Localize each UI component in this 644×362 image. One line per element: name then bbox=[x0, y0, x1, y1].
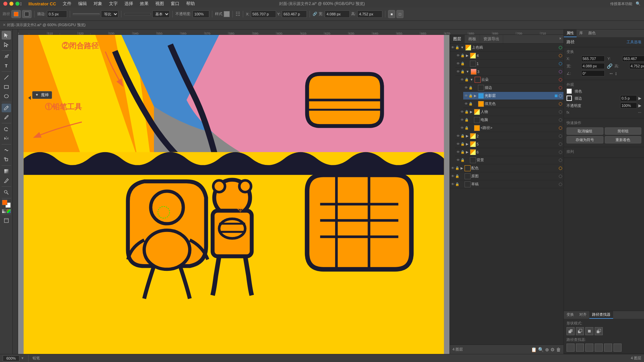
link-constraint-icon[interactable]: 🔗 bbox=[607, 63, 612, 69]
artboard-tool[interactable] bbox=[2, 216, 11, 225]
none-swatch[interactable] bbox=[2, 209, 6, 213]
expand-5[interactable]: ▶ bbox=[466, 142, 469, 146]
x-input[interactable] bbox=[251, 10, 276, 18]
app-name[interactable]: Illustrator CC bbox=[29, 1, 56, 6]
pen-tool[interactable] bbox=[2, 52, 11, 61]
gradient-swatch[interactable] bbox=[7, 209, 11, 213]
stroke-color-indicator[interactable] bbox=[567, 96, 572, 101]
new-layer-btn[interactable]: 📋 bbox=[531, 347, 537, 352]
fill-color-indicator[interactable] bbox=[567, 88, 572, 94]
eye-icon-stroke[interactable]: 👁 bbox=[465, 86, 468, 89]
prop-tab-library[interactable]: 库 bbox=[577, 29, 586, 37]
eye-icon-char[interactable]: 👁 bbox=[461, 110, 464, 114]
layer-path-item[interactable]: 👁 🔒 ▶ <路径> bbox=[459, 124, 564, 132]
shape-exclude-btn[interactable] bbox=[595, 327, 603, 335]
transform-btn[interactable]: □ bbox=[396, 10, 404, 18]
eye-icon[interactable]: 👁 bbox=[451, 46, 454, 49]
prop-tab-color[interactable]: 颜色 bbox=[586, 29, 598, 37]
minimize-button[interactable] bbox=[9, 2, 13, 6]
pencil-tool[interactable] bbox=[2, 104, 11, 112]
menu-text[interactable]: 文字 bbox=[109, 1, 118, 7]
eye-icon-shadow[interactable]: 👁 bbox=[465, 94, 468, 98]
pf-trim-btn[interactable] bbox=[576, 344, 584, 352]
eye-icon-fill[interactable]: 👁 bbox=[465, 102, 468, 106]
layer-4[interactable]: 👁 🔒 ▶ 4 bbox=[455, 52, 564, 60]
layer-settings-btn[interactable]: ⚙ bbox=[550, 347, 555, 352]
w-input[interactable] bbox=[325, 10, 350, 18]
eye-icon-4[interactable]: 👁 bbox=[457, 54, 460, 57]
lock-icon-bg[interactable]: 🔒 bbox=[461, 158, 465, 162]
pf-outline-btn[interactable] bbox=[604, 344, 612, 352]
menu-object[interactable]: 对象 bbox=[94, 1, 102, 7]
lock-icon-char[interactable]: 🔒 bbox=[465, 110, 469, 114]
fill-color-btn[interactable] bbox=[22, 10, 32, 18]
adjacent-group-btn[interactable]: 简邻组 bbox=[605, 127, 642, 135]
angle-prop-input[interactable] bbox=[581, 70, 605, 76]
ellipse-tool[interactable] bbox=[2, 92, 11, 101]
layer-robot[interactable]: 👁 🔒 ▶ 电脑 bbox=[459, 116, 564, 124]
window-controls[interactable] bbox=[3, 2, 19, 6]
eye-icon-3[interactable]: 👁 bbox=[457, 70, 460, 73]
layer-stroke[interactable]: 👁 🔒 ▶ 描边 bbox=[463, 84, 564, 92]
layer-1[interactable]: 👁 🔒 ▶ 1 bbox=[455, 60, 564, 68]
expand-arrow-4[interactable]: ▶ bbox=[466, 54, 469, 57]
expand-arrow[interactable]: ▼ bbox=[461, 46, 464, 49]
shape-unite-btn[interactable] bbox=[567, 327, 575, 335]
zoom-tool[interactable] bbox=[2, 188, 11, 197]
lock-icon-1[interactable]: 🔒 bbox=[461, 62, 465, 65]
proportion-select[interactable]: 等比 bbox=[101, 10, 118, 18]
lock-icon-4[interactable]: 🔒 bbox=[461, 54, 465, 57]
eye-icon-5[interactable]: 👁 bbox=[457, 142, 460, 146]
bottom-tab-align[interactable]: 对齐 bbox=[577, 311, 589, 319]
shape-intersect-btn[interactable] bbox=[585, 327, 593, 335]
eye-icon-draft[interactable]: 👁 bbox=[451, 182, 454, 186]
tab-artboard[interactable]: 画板 bbox=[465, 35, 480, 43]
menu-effect[interactable]: 效果 bbox=[140, 1, 149, 7]
y-prop-input[interactable] bbox=[622, 56, 644, 62]
lock-icon[interactable]: 🔒 bbox=[455, 46, 459, 49]
menu-help[interactable]: 帮助 bbox=[186, 1, 195, 7]
layer-5[interactable]: 👁 🔒 ▶ 5 bbox=[455, 140, 564, 148]
rotate-tool[interactable] bbox=[2, 125, 11, 133]
prop-tab-properties[interactable]: 属性 bbox=[564, 29, 577, 37]
lock-icon-stroke[interactable]: 🔒 bbox=[469, 86, 473, 89]
tab-export[interactable]: 资源导出 bbox=[480, 35, 503, 43]
layer-cloud[interactable]: 👁 🔒 ▼ 云朵 bbox=[459, 76, 564, 84]
lock-icon-5[interactable]: 🔒 bbox=[461, 142, 465, 146]
cancel-group-btn[interactable]: 取消编组 bbox=[567, 127, 603, 135]
panel-close-btn[interactable]: × bbox=[557, 35, 564, 43]
stroke-swatch[interactable] bbox=[2, 200, 7, 205]
lock-icon-fill[interactable]: 🔒 bbox=[469, 102, 473, 106]
mirror-tool[interactable] bbox=[2, 134, 11, 143]
brush-tool[interactable] bbox=[2, 113, 11, 122]
layer-background[interactable]: 👁 🔒 ▶ 背景 bbox=[455, 156, 564, 164]
layer-original[interactable]: 👁 🔒 ▶ 原图 bbox=[450, 172, 564, 180]
delete-layer-btn[interactable]: 🗑 bbox=[556, 347, 561, 352]
expand-6[interactable]: ▶ bbox=[466, 150, 469, 154]
x-prop-input[interactable] bbox=[581, 56, 605, 62]
expand-3[interactable]: ▼ bbox=[466, 70, 469, 73]
basic-select[interactable]: 基本 bbox=[152, 10, 170, 18]
zoom-input[interactable] bbox=[3, 355, 19, 361]
menu-edit[interactable]: 编辑 bbox=[78, 1, 87, 7]
eye-icon-bg[interactable]: 👁 bbox=[457, 158, 460, 162]
expand-shadow[interactable]: ▶ bbox=[474, 94, 477, 98]
opacity-input[interactable] bbox=[193, 10, 209, 18]
lock-icon-robot[interactable]: 🔒 bbox=[465, 118, 469, 122]
layer-upper-color[interactable]: 👁 🔒 ▼ 上色稿 bbox=[450, 44, 564, 52]
eye-icon-6[interactable]: 👁 bbox=[457, 150, 460, 154]
opacity-prop-input[interactable] bbox=[620, 103, 637, 109]
eye-icon-2[interactable]: 👁 bbox=[457, 134, 460, 138]
eye-icon-1[interactable]: 👁 bbox=[457, 62, 460, 65]
layer-merge-btn[interactable]: ⊕ bbox=[545, 347, 549, 352]
stroke-options-arrow[interactable]: ▶ bbox=[638, 96, 641, 101]
lock-icon-3[interactable]: 🔒 bbox=[461, 70, 465, 73]
bottom-tab-transform[interactable]: 变换 bbox=[564, 311, 577, 319]
search-icon[interactable]: 🔍 bbox=[636, 1, 641, 6]
direct-select-tool[interactable] bbox=[2, 40, 11, 49]
fx-options-btn[interactable]: ··· bbox=[638, 110, 641, 115]
expand-cloud[interactable]: ▼ bbox=[470, 78, 473, 81]
close-button[interactable] bbox=[3, 2, 7, 6]
pf-divide-btn[interactable] bbox=[567, 344, 575, 352]
lock-icon-6[interactable]: 🔒 bbox=[461, 150, 465, 154]
